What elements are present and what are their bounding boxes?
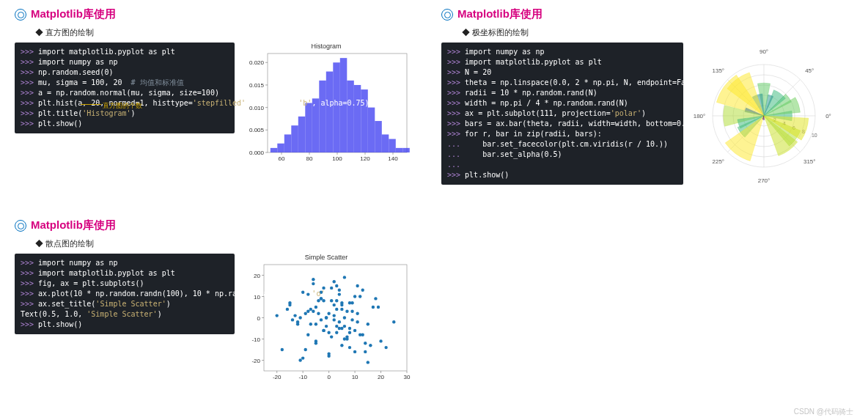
code-block-scatter: >>> import numpy as np>>> import matplot… [15,254,235,334]
target-icon [15,220,26,232]
code-line: >>> mu, sigma = 100, 20 # 均值和标准值 [21,78,229,88]
code-line: >>> plt.show() [447,170,677,180]
svg-point-95 [306,310,309,313]
svg-rect-38 [389,139,396,152]
svg-point-128 [361,289,364,292]
code-line: >>> fig, ax = plt.subplots() [21,279,229,289]
histogram-svg: 60801001201400.0000.0050.0100.0150.020 [242,50,411,167]
svg-point-171 [296,320,299,323]
code-line: Text(0.5, 1.0, 'Simple Scatter') [21,309,229,320]
svg-rect-32 [347,81,354,152]
section-histogram: Matplotlib库使用 直方图的绘制 直方图的个数 >>> import m… [15,7,427,189]
svg-point-162 [317,312,320,315]
svg-point-146 [350,310,353,313]
code-block-polar: >>> import numpy as np>>> import matplot… [441,43,683,185]
svg-point-165 [335,325,338,328]
svg-point-114 [340,344,343,347]
svg-point-166 [301,356,304,359]
svg-point-135 [335,284,338,287]
chart-title: Histogram [242,43,411,50]
svg-point-157 [315,323,317,325]
svg-text:-10: -10 [251,336,260,343]
svg-point-132 [392,320,395,323]
code-line: >>> theta = np.linspace(0.0, 2 * np.pi, … [447,78,677,88]
svg-point-189 [335,299,338,302]
svg-point-138 [317,299,320,302]
code-line: >>> np.random.seed(0) [21,67,229,78]
svg-point-123 [350,318,353,321]
svg-point-131 [379,339,382,342]
target-icon [15,9,26,21]
code-line: >>> import matplotlib.pyplot as plt [21,268,229,279]
svg-point-160 [286,308,289,311]
code-line: >>> a = np.random.normal(mu, sigma, size… [21,88,229,98]
svg-point-124 [353,295,356,298]
svg-text:30: 30 [404,374,411,380]
svg-point-163 [361,334,364,336]
svg-point-96 [312,278,315,281]
svg-text:315°: 315° [803,158,816,165]
svg-point-117 [343,316,346,319]
svg-point-129 [367,323,369,325]
svg-rect-40 [402,148,410,152]
svg-text:0.015: 0.015 [249,82,265,89]
svg-text:80: 80 [306,155,313,162]
svg-point-153 [327,353,330,355]
svg-text:135°: 135° [713,67,725,74]
code-line: >>> width = np.pi / 4 * np.random.rand(N… [447,98,677,108]
section-header: Matplotlib库使用 [15,218,427,232]
svg-point-104 [327,312,330,315]
svg-point-173 [348,327,351,330]
code-line: >>> N = 20 [447,67,677,78]
svg-point-149 [356,320,358,323]
svg-point-175 [384,346,387,349]
svg-point-182 [356,284,358,287]
svg-point-130 [372,306,375,309]
svg-text:10: 10 [812,133,817,138]
svg-point-107 [330,335,333,338]
svg-rect-28 [319,81,326,152]
svg-point-90 [281,348,284,351]
svg-rect-23 [284,134,292,152]
svg-point-176 [288,303,291,306]
svg-point-174 [312,310,315,313]
svg-text:0°: 0° [825,113,831,119]
svg-point-136 [309,308,312,311]
svg-point-143 [348,331,351,334]
svg-point-169 [343,337,346,340]
svg-text:90°: 90° [760,48,768,55]
page-title: Matplotlib库使用 [457,7,542,21]
svg-text:0.000: 0.000 [249,150,265,156]
svg-point-188 [364,350,367,353]
section-subtitle: 散点图的绘制 [35,238,427,249]
svg-text:10: 10 [352,374,358,380]
svg-point-111 [335,308,338,311]
svg-point-154 [340,301,343,304]
svg-point-145 [338,327,341,330]
code-line: ... [447,160,677,170]
svg-point-139 [343,325,346,328]
section-subtitle: 直方图的绘制 [35,27,427,38]
svg-rect-29 [326,72,334,152]
svg-point-167 [377,306,380,309]
svg-point-121 [348,346,351,349]
svg-text:-10: -10 [298,374,307,380]
svg-point-137 [364,342,367,345]
svg-rect-35 [368,108,375,152]
code-line: >>> import numpy as np [21,57,229,67]
svg-point-187 [298,316,301,319]
svg-point-109 [333,280,336,283]
svg-point-172 [338,289,341,292]
code-line: >>> import numpy as np [21,258,229,268]
svg-text:140: 140 [388,155,398,162]
code-line: >>> import numpy as np [447,47,677,57]
svg-point-161 [369,344,372,347]
svg-text:20: 20 [254,273,260,279]
svg-point-185 [315,339,317,342]
svg-point-148 [333,303,336,306]
svg-point-155 [291,318,294,321]
svg-point-113 [338,292,341,295]
svg-point-125 [353,350,356,353]
svg-text:20: 20 [378,374,384,380]
svg-point-118 [343,276,346,279]
